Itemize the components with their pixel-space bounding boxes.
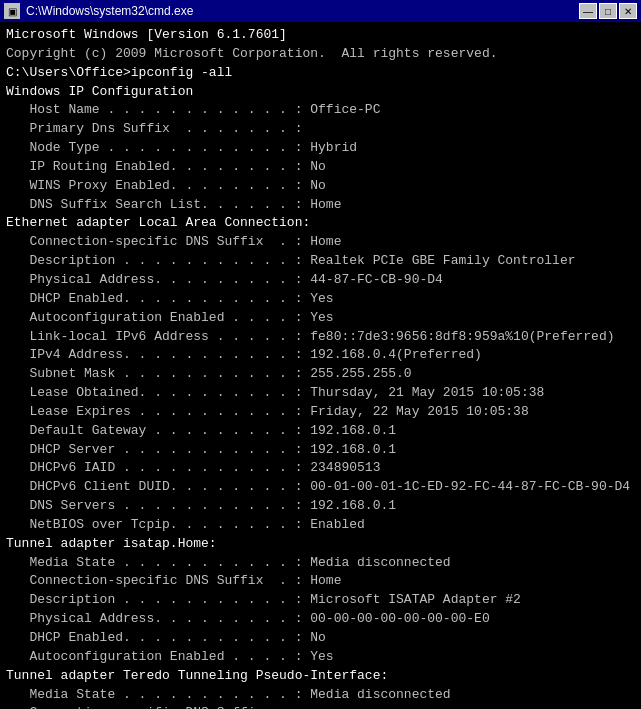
terminal-line: Microsoft Windows [Version 6.1.7601] xyxy=(6,26,635,45)
terminal-line: NetBIOS over Tcpip. . . . . . . . : Enab… xyxy=(6,516,635,535)
terminal-line: DHCPv6 Client DUID. . . . . . . . : 00-0… xyxy=(6,478,635,497)
terminal-line: Lease Expires . . . . . . . . . . : Frid… xyxy=(6,403,635,422)
terminal-line: Windows IP Configuration xyxy=(6,83,635,102)
terminal-line: Primary Dns Suffix . . . . . . . : xyxy=(6,120,635,139)
terminal-line: Description . . . . . . . . . . . : Micr… xyxy=(6,591,635,610)
window-title: C:\Windows\system32\cmd.exe xyxy=(26,4,193,18)
terminal-line: Link-local IPv6 Address . . . . . : fe80… xyxy=(6,328,635,347)
terminal-line: Host Name . . . . . . . . . . . . : Offi… xyxy=(6,101,635,120)
terminal-line: Description . . . . . . . . . . . : Real… xyxy=(6,252,635,271)
title-bar-left: ▣ C:\Windows\system32\cmd.exe xyxy=(4,3,193,19)
terminal-line: DHCP Enabled. . . . . . . . . . . : No xyxy=(6,629,635,648)
maximize-button[interactable]: □ xyxy=(599,3,617,19)
terminal-line: Connection-specific DNS Suffix . : Home xyxy=(6,572,635,591)
terminal-line: IPv4 Address. . . . . . . . . . . : 192.… xyxy=(6,346,635,365)
terminal-line: Autoconfiguration Enabled . . . . : Yes xyxy=(6,309,635,328)
terminal-line: Connection-specific DNS Suffix . : Home xyxy=(6,233,635,252)
terminal-line: Media State . . . . . . . . . . . : Medi… xyxy=(6,554,635,573)
terminal-line: Lease Obtained. . . . . . . . . . : Thur… xyxy=(6,384,635,403)
terminal-line: Autoconfiguration Enabled . . . . : Yes xyxy=(6,648,635,667)
window-controls: — □ ✕ xyxy=(579,3,637,19)
terminal-line: DHCPv6 IAID . . . . . . . . . . . : 2348… xyxy=(6,459,635,478)
minimize-button[interactable]: — xyxy=(579,3,597,19)
terminal-line: Copyright (c) 2009 Microsoft Corporation… xyxy=(6,45,635,64)
close-button[interactable]: ✕ xyxy=(619,3,637,19)
terminal-output: Microsoft Windows [Version 6.1.7601]Copy… xyxy=(0,22,641,709)
terminal-line: IP Routing Enabled. . . . . . . . : No xyxy=(6,158,635,177)
cmd-icon: ▣ xyxy=(4,3,20,19)
terminal-line: DNS Suffix Search List. . . . . . : Home xyxy=(6,196,635,215)
title-bar: ▣ C:\Windows\system32\cmd.exe — □ ✕ xyxy=(0,0,641,22)
terminal-line: Default Gateway . . . . . . . . . : 192.… xyxy=(6,422,635,441)
terminal-line: Tunnel adapter Teredo Tunneling Pseudo-I… xyxy=(6,667,635,686)
terminal-line: Ethernet adapter Local Area Connection: xyxy=(6,214,635,233)
terminal-line: Physical Address. . . . . . . . . : 00-0… xyxy=(6,610,635,629)
terminal-line: Physical Address. . . . . . . . . : 44-8… xyxy=(6,271,635,290)
terminal-line: C:\Users\Office>ipconfig -all xyxy=(6,64,635,83)
terminal-line: Node Type . . . . . . . . . . . . : Hybr… xyxy=(6,139,635,158)
terminal-line: Subnet Mask . . . . . . . . . . . : 255.… xyxy=(6,365,635,384)
terminal-line: DHCP Server . . . . . . . . . . . : 192.… xyxy=(6,441,635,460)
terminal-line: Tunnel adapter isatap.Home: xyxy=(6,535,635,554)
terminal-line: Media State . . . . . . . . . . . : Medi… xyxy=(6,686,635,705)
terminal-line: Connection-specific DNS Suffix . : xyxy=(6,704,635,709)
terminal-line: DNS Servers . . . . . . . . . . . : 192.… xyxy=(6,497,635,516)
terminal-line: DHCP Enabled. . . . . . . . . . . : Yes xyxy=(6,290,635,309)
terminal-line: WINS Proxy Enabled. . . . . . . . : No xyxy=(6,177,635,196)
